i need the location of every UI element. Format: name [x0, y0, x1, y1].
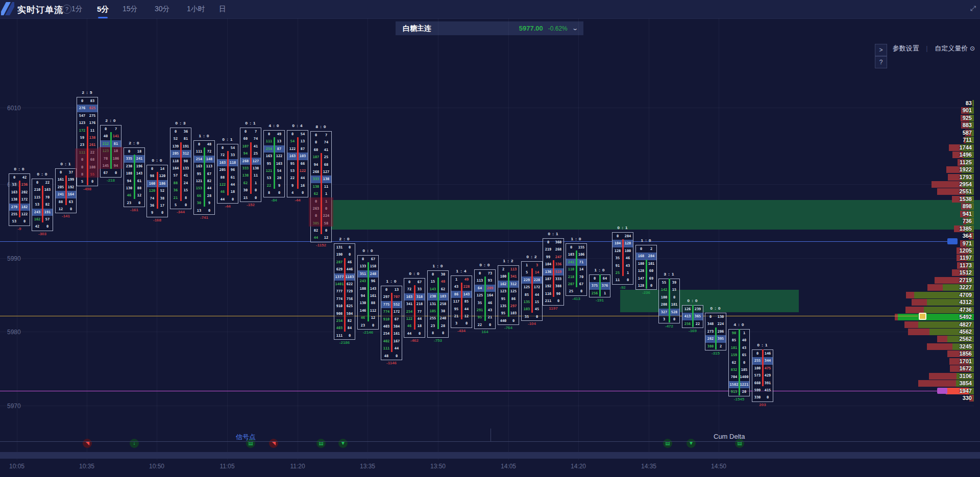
ask-cell: 15 [181, 187, 191, 194]
candle-body-line [414, 285, 415, 329]
signal-green-stack-icon[interactable]: ▤ [663, 439, 672, 448]
ask-cell: 248 [368, 270, 378, 278]
ask-cell: 0 [553, 297, 564, 305]
candle[interactable]: 0 : 303652811391912053121189816413357418… [170, 128, 191, 208]
candle[interactable]: 0 : 103602192689924710433613651918733319… [543, 238, 564, 305]
candle[interactable]: 0 : 10547233163118205968861122444618440-… [217, 144, 238, 203]
imbalance-header: 2 : 5 [77, 90, 98, 95]
bid-cell: 0 [264, 131, 274, 138]
timeframe-tab-15分[interactable]: 15分 [122, 5, 138, 14]
candle[interactable]: 8 : 007074604110725946826812733313813811… [310, 131, 332, 241]
bid-cell: 135 [522, 298, 532, 306]
candle[interactable]: 1 : 001329770777555277417291067403384254… [381, 286, 402, 359]
candle-body-line [250, 142, 252, 194]
ask-cell: 40 [739, 337, 749, 344]
delta-footer: -1545 [728, 397, 750, 401]
candle[interactable]: 0 : 405454131228716310395665312222449164… [287, 130, 308, 196]
bid-cell: 12 [56, 206, 66, 213]
ask-cell: 312 [181, 150, 191, 157]
ask-cell: 46 [345, 259, 355, 266]
ask-cell: 11 [251, 172, 261, 179]
candle[interactable]: 4 : 004911113254871631229516312154532822… [263, 130, 285, 196]
candle[interactable]: 0 : 006713315835124824396188143941611308… [357, 255, 379, 329]
scroll-strip[interactable] [0, 452, 980, 459]
candle[interactable]: 0 : 007311393642091251643546291439521220… [474, 269, 496, 328]
ask-cell: 28 [204, 192, 214, 199]
ask-cell: 9 [274, 182, 284, 189]
signal-red-arrow-icon[interactable]: ◥ [269, 439, 278, 448]
profile-row: 1744 [949, 144, 974, 151]
bid-cell: 55 [659, 279, 669, 286]
candle[interactable]: 1 : 00643753762561-191 [589, 274, 610, 296]
bid-cell: 111 [264, 138, 274, 145]
profile-row: 4827 [904, 321, 974, 328]
candle[interactable]: 0 : 107607410741942526812733313813811621… [240, 128, 261, 201]
time-label: 13:50 [430, 463, 446, 470]
candle[interactable]: 1 : 004811172254148163113956712182153446… [193, 140, 215, 214]
signal-green-stack-icon[interactable]: ▤ [316, 439, 326, 448]
footprint-chart[interactable]: 10:0510:3510:5011:0511:2013:3513:5014:05… [0, 18, 980, 477]
timeframe-tab-1分[interactable]: 1分 [71, 5, 83, 14]
ask-cell: 49 [274, 131, 284, 138]
ask-cell: 67 [576, 281, 586, 288]
delta-footer: -344 [170, 210, 191, 214]
bid-cell: 88 [170, 180, 181, 187]
imbalance-header: 0 : 1 [612, 225, 633, 230]
candle[interactable]: 0 : 21351422922812517285441351510345350-… [521, 261, 543, 320]
ask-cell: 0 [461, 320, 472, 327]
ask-cell: 49 [461, 276, 472, 283]
candle[interactable]: 1 : 0015510310624171110142187020767250-4… [566, 243, 587, 295]
timeframe-tab-1小时[interactable]: 1小时 [187, 5, 205, 14]
bid-cell: 30 [240, 187, 251, 194]
candle[interactable]: 2 : 001833524123819618814394611308846122… [124, 147, 145, 206]
delta-footer: 1197 [543, 306, 564, 311]
profile-row: 941 [960, 211, 974, 217]
candle[interactable]: 1 : 221131003411623121231259586135297951… [498, 265, 519, 324]
ask-cell: 25 [321, 154, 331, 161]
yellow-level-marker[interactable] [919, 313, 926, 320]
ask-cell: 258 [438, 300, 448, 308]
profile-row: 2562 [937, 336, 974, 342]
expand-icon[interactable]: ⤢ [970, 4, 976, 13]
candle[interactable]: 0 : 001303482242732062623953802-315 [705, 313, 726, 349]
candle[interactable]: 1 : 00216828418010112860147691280-236 [635, 245, 657, 289]
imbalance-header: 0 : 0 [357, 248, 379, 253]
candle[interactable]: 0 : 001498120160186120527438361790-168 [146, 165, 168, 216]
candle[interactable]: 0 : 006772331633183412182547712244461844… [404, 278, 425, 337]
candle[interactable]: 0 : 004253236163202138172279182255122530… [9, 173, 30, 225]
candle[interactable]: 0 : 012623941336525622-169 [682, 305, 703, 327]
candle[interactable]: 0 : 002221016311570538224319116257420-30… [32, 179, 53, 230]
candle[interactable]: 3 : 1553914215100020818132752830-472 [658, 279, 680, 322]
candle[interactable]: 0 : 10371611992051922411648863120-141 [55, 168, 77, 212]
profile-row: 5492 [895, 314, 974, 320]
candle[interactable]: 4 : 090185401014315965620832185704140015… [728, 329, 750, 395]
candle[interactable]: 2 : 0074014121281123187810614594670-218 [100, 125, 121, 177]
candle[interactable]: 0 : 101462553441004755734296603915994153… [752, 349, 773, 401]
candle[interactable]: 1 : 41494322886143117859544211230-434 [451, 275, 472, 327]
candle-body-line [42, 186, 43, 222]
bid-cell: 94 [124, 178, 134, 185]
bid-cell: 1401 [334, 281, 345, 288]
candle[interactable]: 2 : 013101900287466294461377118314016227… [334, 243, 355, 339]
ask-cell: 11 [87, 127, 97, 134]
bid-cell: 219 [543, 246, 553, 253]
help-icon[interactable]: ? [62, 5, 71, 14]
signal-green-tri-icon[interactable]: ▼ [687, 439, 696, 448]
signal-red-arrow-icon[interactable]: ◥ [83, 439, 92, 448]
bid-cell: 262 [705, 335, 716, 342]
bid-cell: 908 [334, 310, 345, 317]
timeframe-tab-30分[interactable]: 30分 [155, 5, 170, 14]
grid-vline [17, 18, 17, 460]
timeframe-tab-日[interactable]: 日 [219, 5, 226, 14]
candle[interactable]: 1 : 003015481436223818313125810538255240… [427, 270, 449, 337]
bid-cell: 125 [475, 292, 485, 299]
signal-green-down-icon[interactable]: ↓ [130, 439, 139, 448]
bid-cell: 547 [77, 112, 87, 119]
candle[interactable]: 2 : 508327662554727512317617211591382326… [77, 97, 98, 185]
timeframe-tab-5分[interactable]: 5分 [97, 5, 109, 14]
ask-cell: 143 [461, 291, 472, 298]
candle[interactable]: 0 : 1028410412812810035469143251110-92 [612, 232, 633, 284]
bid-cell: 121 [194, 178, 204, 185]
signal-green-tri-icon[interactable]: ▼ [338, 439, 348, 448]
ask-cell: 39 [669, 279, 679, 286]
